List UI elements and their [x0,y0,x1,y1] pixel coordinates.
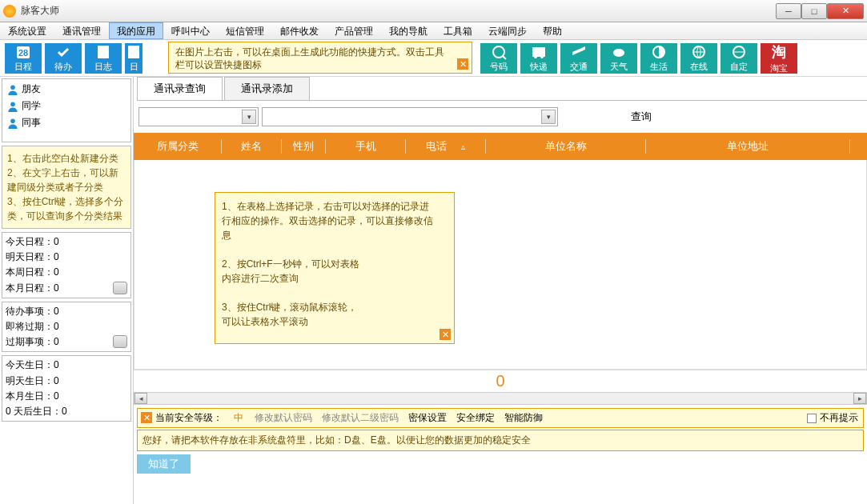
column-header[interactable]: 所属分类 [134,139,222,154]
query-button[interactable]: 查询 [561,110,721,124]
toolbar-hidden-button[interactable]: 日 [125,43,142,74]
category-item[interactable]: 同学 [2,98,130,114]
summary-line: 明天日程：0 [6,250,127,265]
toolbar-log-button[interactable]: 日志 [85,43,122,74]
scroll-left-icon[interactable]: ◂ [134,393,147,404]
summary-line: 本月日程：0 [6,281,127,296]
todo-summary: 待办事项：0即将过期：0过期事项：0 [2,302,131,353]
svg-point-13 [10,102,15,106]
summary-line: 即将过期：0 [6,319,127,334]
summary-line: 今天生日：0 [6,358,127,373]
menu-item-10[interactable]: 帮助 [535,22,570,39]
menu-item-5[interactable]: 邮件收发 [272,22,327,39]
menu-item-9[interactable]: 云端同步 [480,22,535,39]
menu-item-7[interactable]: 我的导航 [381,22,436,39]
toolbar-traffic-button[interactable]: 交通 [560,43,597,74]
security-link[interactable]: 安全绑定 [456,412,495,423]
toolbar-number-button[interactable]: 号码 [480,43,517,74]
filter-row: ▾ ▾ 查询 [134,101,867,133]
svg-point-7 [540,55,544,58]
scroll-right-icon[interactable]: ▸ [853,393,866,404]
security-link[interactable]: 智能防御 [504,412,543,423]
main-panel: 通讯录查询通讯录添加 ▾ ▾ 查询 所属分类姓名性别手机电话单位名称单位地址 1… [134,77,867,504]
calendar-icon[interactable] [113,282,127,294]
column-header[interactable]: 姓名 [222,139,282,154]
summary-line: 今天日程：0 [6,234,127,250]
menu-item-2[interactable]: 我的应用 [109,22,163,39]
sidebar-hint: 1、右击此空白处新建分类2、在文字上右击，可以新建同级分类或者子分类3、按住Ct… [2,146,131,229]
schedule-summary: 今天日程：0明天日程：0本周日程：0本月日程：0 [2,232,131,298]
maximize-button[interactable]: □ [801,3,827,19]
security-bar: ✕ 当前安全等级： 中 修改默认密码修改默认二级密码密保设置安全绑定智能防御 不… [137,408,864,428]
column-header[interactable]: 电话 [406,139,486,154]
security-link[interactable]: 密保设置 [408,412,447,423]
toolbar-tooltip-text: 在图片上右击，可以在桌面上生成此功能的快捷方式。双击工具栏可以设置快捷图标 [175,46,444,70]
minimize-button[interactable]: ─ [776,3,801,19]
security-link[interactable]: 修改默认密码 [255,412,312,423]
security-level: 中 [234,411,243,425]
column-header[interactable]: 单位地址 [646,139,850,154]
tab-1[interactable]: 通讯录添加 [224,77,310,100]
toolbar-life-button[interactable]: 生活 [640,43,677,74]
close-icon[interactable]: ✕ [141,412,152,423]
svg-point-12 [10,85,15,90]
menu-item-6[interactable]: 产品管理 [327,22,381,39]
svg-point-8 [613,49,624,57]
toolbar-online-button[interactable]: 在线 [680,43,717,74]
table-hint-text: 1、在表格上选择记录，右击可以对选择的记录进行相应的操作。双击选择的记录，可以直… [222,201,433,327]
close-icon[interactable]: ✕ [457,58,468,70]
toolbar-express-button[interactable]: 快递 [520,43,557,74]
summary-line: 过期事项：0 [6,334,127,350]
toolbar-custom-button[interactable]: 自定 [720,43,757,74]
category-item[interactable]: 同事 [2,114,130,131]
menu-bar: 系统设置通讯管理我的应用呼叫中心短信管理邮件收发产品管理我的导航工具箱云端同步帮… [0,22,867,40]
app-title: 脉客大师 [21,4,776,18]
table-hint: 1、在表格上选择记录，右击可以对选择的记录进行相应的操作。双击选择的记录，可以直… [215,192,455,344]
sidebar: 朋友同学同事 1、右击此空白处新建分类2、在文字上右击，可以新建同级分类或者子分… [0,77,134,504]
toolbar: 28日程待办日志日号码快递交通天气生活在线自定淘淘宝 在图片上右击，可以在桌面上… [0,40,867,77]
svg-text:28: 28 [18,48,28,58]
svg-point-14 [10,118,15,123]
birthday-summary: 今天生日：0明天生日：0本月生日：00 天后生日：0 [2,355,131,422]
horizontal-scrollbar[interactable]: ◂ ▸ [134,392,867,405]
tab-bar: 通讯录查询通讯录添加 [137,77,867,101]
menu-item-1[interactable]: 通讯管理 [54,22,109,39]
summary-line: 本月生日：0 [6,389,127,404]
close-icon[interactable]: ✕ [440,329,451,340]
security-link[interactable]: 修改默认二级密码 [322,412,399,423]
chevron-down-icon: ▾ [242,110,256,124]
app-icon [3,5,16,18]
close-button[interactable]: ✕ [827,3,864,19]
category-item[interactable]: 朋友 [2,81,130,98]
svg-point-6 [534,55,537,58]
table-body[interactable]: 1、在表格上选择记录，右击可以对选择的记录进行相应的操作。双击选择的记录，可以直… [134,160,867,370]
tab-0[interactable]: 通讯录查询 [137,77,223,100]
toolbar-todo-button[interactable]: 待办 [45,43,82,74]
menu-item-8[interactable]: 工具箱 [436,22,480,39]
toolbar-taobao-button[interactable]: 淘淘宝 [761,43,797,74]
row-count: 0 [134,370,867,392]
calendar-icon[interactable] [113,335,127,348]
column-header[interactable]: 单位名称 [486,139,646,154]
category-list[interactable]: 朋友同学同事 [2,78,131,142]
svg-rect-2 [98,46,109,58]
menu-item-4[interactable]: 短信管理 [218,22,272,39]
column-header[interactable]: 手机 [326,139,406,154]
got-it-button[interactable]: 知道了 [137,454,191,474]
checkbox-icon [807,414,817,423]
summary-line: 待办事项：0 [6,304,127,319]
menu-item-3[interactable]: 呼叫中心 [163,22,218,39]
toolbar-calendar-button[interactable]: 28日程 [5,43,42,74]
menu-item-0[interactable]: 系统设置 [0,22,54,39]
dont-remind-checkbox[interactable]: 不再提示 [807,411,858,425]
filter-category-combo[interactable]: ▾ [138,107,259,126]
filter-keyword-combo[interactable]: ▾ [262,107,558,126]
column-header[interactable]: 性别 [282,139,326,154]
toolbar-weather-button[interactable]: 天气 [600,43,637,74]
toolbar-tooltip: 在图片上右击，可以在桌面上生成此功能的快捷方式。双击工具栏可以设置快捷图标 ✕ [168,42,472,74]
chevron-down-icon: ▾ [541,110,556,124]
dont-remind-label: 不再提示 [820,411,858,425]
table-header: 所属分类姓名性别手机电话单位名称单位地址 [134,133,867,160]
summary-line: 明天生日：0 [6,374,127,389]
svg-point-4 [493,46,504,58]
